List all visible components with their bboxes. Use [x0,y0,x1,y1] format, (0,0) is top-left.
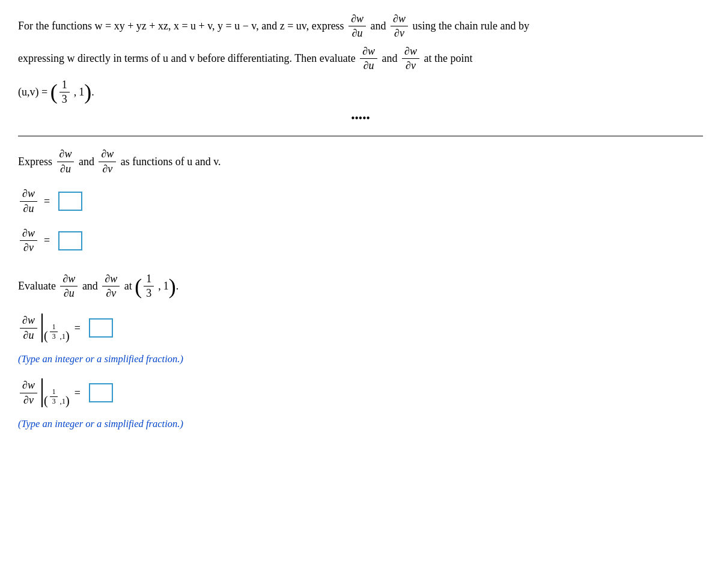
and-text-1: and [371,14,386,38]
partial-w-u-eval-header: ∂w ∂u [360,44,377,73]
comma-eval: , [158,280,161,292]
eval-sub-frac-dv: 1 3 [48,378,60,407]
partial-w-v-header: ∂w ∂v [391,12,408,41]
partial-w-u-header: ∂w ∂u [348,12,366,41]
using-text: using the chain rule and by [412,14,529,38]
eval-close-paren-dv: ) [65,378,70,407]
eval-sub-frac-du: 1 3 [48,314,60,342]
close-paren-eval: ) [169,276,176,297]
eval-du-lhs: ∂w ∂u [20,314,37,342]
point-label: (u,v) = [18,82,47,102]
close-paren-point: ) [84,81,91,103]
problem-statement: For the functions w = xy + yz + xz, x = … [18,12,703,106]
horizontal-divider [18,136,703,136]
hint1-text: (Type an integer or a simplified fractio… [18,353,703,365]
evaluate-section: Evaluate ∂w ∂u and ∂w ∂v at ( 1 3 , 1 ) … [18,272,703,430]
evaluate-label: Evaluate [18,280,56,292]
eval-and: and [82,280,98,292]
eval-dv-lhs: ∂w ∂v [20,378,37,407]
point-one: 1 [79,82,84,102]
as-functions-text: as functions of u and v. [121,156,221,168]
period-1: . [91,82,94,102]
eval-subscript-du: ( [44,314,48,342]
problem-line2-prefix: expressing w directly in terms of u and … [18,47,356,71]
period-2: . [176,280,179,292]
express-and: and [79,156,94,168]
eval-bar-dv [41,378,43,407]
equals-3: = [75,322,81,335]
equals-2: = [44,234,50,247]
dw-du-input[interactable] [58,192,82,211]
dw-dv-input[interactable] [58,231,82,250]
at-the-point-text: at the point [424,47,472,71]
eval-du-input[interactable] [89,318,113,338]
eval-close-paren-du: ) [65,314,70,342]
express-dw-du: ∂w ∂u [57,147,75,176]
eval-subscript-dv: ( [44,378,48,407]
open-paren-eval: ( [135,276,142,297]
eval-bar-du [41,314,43,342]
equals-4: = [75,387,81,399]
eval-dw-du: ∂w ∂u [60,272,78,301]
express-section: Express ∂w ∂u and ∂w ∂v as functions of … [18,147,703,255]
problem-line1-prefix: For the functions w = xy + yz + xz, x = … [18,14,344,38]
eval-du-row: ∂w ∂u ( 1 3 , 1 ) = [18,314,703,342]
point-fraction: 1 3 [59,78,70,107]
dots-separator: ••••• [18,112,703,125]
express-dw-dv: ∂w ∂v [99,147,116,176]
dw-du-lhs: ∂w ∂u [20,187,37,216]
eval-point-frac: 1 3 [144,272,154,301]
open-paren-point: ( [50,81,58,103]
dw-du-row: ∂w ∂u = [18,187,703,216]
eval-dw-dv: ∂w ∂v [102,272,120,301]
eval-dv-row: ∂w ∂v ( 1 3 , 1 ) = [18,378,703,407]
hint2-text: (Type an integer or a simplified fractio… [18,418,703,430]
and-text-2: and [382,47,398,71]
dw-dv-lhs: ∂w ∂v [20,226,37,255]
partial-w-v-eval-header: ∂w ∂v [402,44,419,73]
express-label: Express [18,156,52,168]
eval-at-text: at [124,280,132,292]
dw-dv-row: ∂w ∂v = [18,226,703,255]
equals-1: = [44,195,50,208]
eval-dv-input[interactable] [89,383,113,402]
eval-point-one: 1 [163,280,169,292]
